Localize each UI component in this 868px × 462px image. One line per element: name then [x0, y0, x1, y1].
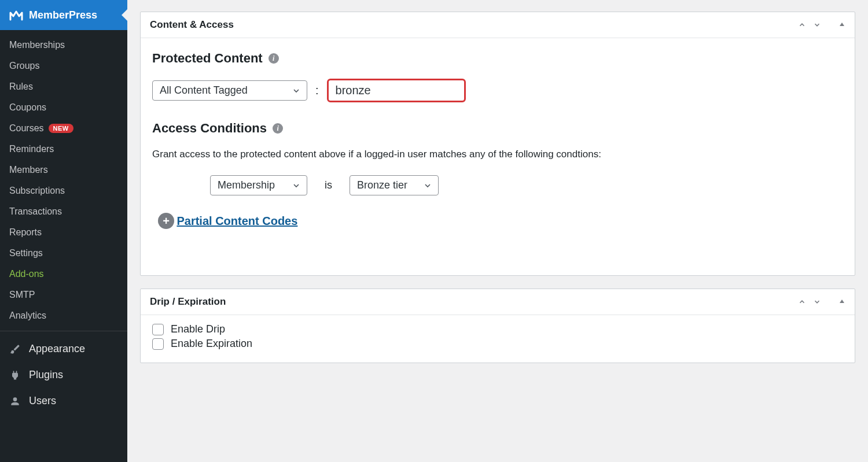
collapse-icon[interactable]: [838, 21, 845, 29]
sidebar-item-courses[interactable]: Courses NEW: [0, 118, 127, 139]
sidebar-item-coupons[interactable]: Coupons: [0, 97, 127, 118]
access-conditions-heading: Access Conditions i: [152, 121, 843, 136]
sidebar-item-label: Appearance: [29, 343, 85, 355]
sidebar-item-label: Add-ons: [9, 269, 44, 279]
heading-text: Access Conditions: [152, 121, 267, 136]
sidebar-item-plugins[interactable]: Plugins: [0, 362, 127, 388]
active-notch-icon: [122, 9, 127, 21]
panel-title: Drip / Expiration: [150, 296, 798, 308]
protected-content-heading: Protected Content i: [152, 51, 843, 66]
sidebar-item-addons[interactable]: Add-ons: [0, 264, 127, 284]
sidebar-brand-label: MemberPress: [29, 9, 97, 21]
chevron-down-icon: [423, 181, 432, 190]
move-down-icon[interactable]: [813, 298, 821, 306]
content-type-select[interactable]: All Content Tagged: [152, 80, 307, 101]
sidebar-item-label: Rules: [9, 82, 33, 92]
sidebar-brand[interactable]: MemberPress: [0, 0, 127, 30]
condition-type-select[interactable]: Membership: [210, 175, 307, 195]
sidebar-item-reports[interactable]: Reports: [0, 222, 127, 243]
partial-content-codes-link[interactable]: Partial Content Codes: [176, 215, 297, 227]
tag-input[interactable]: [327, 79, 466, 102]
sidebar-item-memberships[interactable]: Memberships: [0, 35, 127, 56]
protected-content-row: All Content Tagged :: [152, 79, 843, 102]
sidebar-main-menu: Appearance Plugins Users: [0, 331, 127, 414]
sidebar-item-settings[interactable]: Settings: [0, 243, 127, 264]
sidebar-item-subscriptions[interactable]: Subscriptions: [0, 180, 127, 201]
sidebar-item-label: Coupons: [9, 102, 46, 113]
move-up-icon[interactable]: [798, 298, 806, 306]
plus-icon: +: [163, 215, 170, 228]
move-down-icon[interactable]: [813, 21, 821, 29]
sidebar-item-label: Users: [29, 395, 56, 407]
condition-value-select[interactable]: Bronze tier: [350, 175, 439, 195]
panel-controls: [798, 21, 845, 29]
enable-expiration-row: Enable Expiration: [152, 338, 843, 350]
sidebar-item-label: Memberships: [9, 40, 65, 50]
select-value: Bronze tier: [357, 179, 407, 191]
heading-text: Protected Content: [152, 51, 263, 66]
sidebar-item-label: Settings: [9, 248, 43, 258]
enable-expiration-checkbox[interactable]: [152, 338, 164, 350]
checkbox-label: Enable Drip: [171, 323, 225, 335]
panel-header: Content & Access: [141, 12, 855, 38]
sidebar-item-label: Transactions: [9, 206, 62, 217]
users-icon: [9, 396, 21, 407]
chevron-down-icon: [292, 86, 301, 95]
info-icon[interactable]: i: [273, 123, 283, 134]
sidebar-item-label: Reminders: [9, 144, 54, 154]
sidebar-item-rules[interactable]: Rules: [0, 76, 127, 97]
sidebar-item-users[interactable]: Users: [0, 388, 127, 414]
sidebar-item-label: Subscriptions: [9, 186, 65, 196]
panel-title: Content & Access: [150, 19, 798, 31]
drip-expiration-panel: Drip / Expiration Enable Drip Enab: [140, 289, 855, 363]
select-value: All Content Tagged: [160, 84, 248, 97]
new-badge: NEW: [49, 124, 73, 133]
panel-controls: [798, 298, 845, 306]
access-description: Grant access to the protected content ab…: [152, 149, 843, 160]
admin-sidebar: MemberPress Memberships Groups Rules Cou…: [0, 0, 127, 462]
sidebar-item-appearance[interactable]: Appearance: [0, 336, 127, 362]
panel-body: Enable Drip Enable Expiration: [141, 315, 855, 363]
sidebar-submenu: Memberships Groups Rules Coupons Courses…: [0, 30, 127, 331]
sidebar-item-label: Groups: [9, 61, 39, 71]
plugins-icon: [9, 369, 21, 381]
content-access-panel: Content & Access Protected Content i: [140, 12, 855, 276]
sidebar-item-label: Members: [9, 165, 48, 175]
add-condition-button[interactable]: +: [158, 213, 174, 229]
main-content: Content & Access Protected Content i: [127, 0, 868, 462]
panel-header: Drip / Expiration: [141, 289, 855, 315]
sidebar-item-label: Analytics: [9, 311, 46, 321]
condition-row: Membership is Bronze tier: [210, 175, 843, 195]
chevron-down-icon: [292, 181, 301, 190]
sidebar-item-smtp[interactable]: SMTP: [0, 284, 127, 305]
info-icon[interactable]: i: [269, 53, 279, 64]
appearance-icon: [9, 343, 21, 355]
separator-colon: :: [315, 84, 319, 97]
collapse-icon[interactable]: [838, 298, 845, 306]
enable-drip-checkbox[interactable]: [152, 324, 164, 335]
move-up-icon[interactable]: [798, 21, 806, 29]
checkbox-label: Enable Expiration: [171, 338, 252, 350]
panel-body: Protected Content i All Content Tagged :…: [141, 38, 855, 275]
sidebar-item-groups[interactable]: Groups: [0, 56, 127, 76]
sidebar-item-transactions[interactable]: Transactions: [0, 201, 127, 222]
memberpress-logo-icon: [9, 8, 23, 22]
sidebar-item-label: Plugins: [29, 369, 63, 381]
sidebar-item-members[interactable]: Members: [0, 160, 127, 180]
sidebar-item-label: Reports: [9, 227, 42, 238]
sidebar-item-reminders[interactable]: Reminders: [0, 139, 127, 160]
select-value: Membership: [218, 179, 275, 191]
sidebar-item-label: Courses: [9, 123, 44, 134]
sidebar-item-analytics[interactable]: Analytics: [0, 305, 127, 326]
sidebar-item-label: SMTP: [9, 290, 35, 300]
condition-verb: is: [325, 179, 332, 191]
enable-drip-row: Enable Drip: [152, 323, 843, 335]
